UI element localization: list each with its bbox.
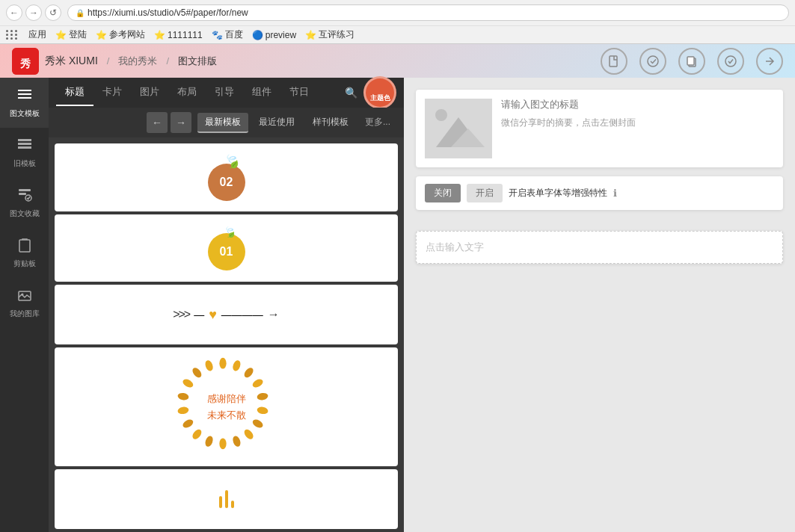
template-list: 🍃 02 🍃 01 >>> bbox=[49, 137, 404, 532]
panel-nav-title[interactable]: 标题 bbox=[56, 79, 93, 106]
panel-nav: 标题 卡片 图片 布局 引导 组件 节日 🔍 主题色 bbox=[49, 78, 404, 108]
breadcrumb-current: 图文排版 bbox=[178, 55, 217, 68]
sidebar-label-template: 图文模板 bbox=[10, 108, 40, 119]
logo-icon: 秀 bbox=[12, 48, 39, 75]
svg-point-34 bbox=[181, 377, 194, 389]
dot-bar-3 bbox=[231, 501, 234, 508]
svg-rect-7 bbox=[18, 90, 31, 91]
sidebar-item-favorites[interactable]: 图文收藏 bbox=[0, 178, 49, 228]
svg-point-40 bbox=[435, 109, 447, 121]
panel-nav-card[interactable]: 卡片 bbox=[93, 79, 131, 106]
svg-rect-14 bbox=[19, 193, 26, 195]
subnav-recent[interactable]: 最近使用 bbox=[251, 113, 302, 133]
app-brand: 秀米 XIUMI bbox=[45, 55, 98, 68]
article-thumbnail[interactable] bbox=[425, 99, 492, 158]
more-action-button[interactable] bbox=[756, 48, 783, 75]
svg-point-6 bbox=[725, 56, 736, 66]
toggle-off-button[interactable]: 关闭 bbox=[425, 184, 461, 202]
breadcrumb-sep1: / bbox=[107, 55, 110, 66]
apps-icon[interactable] bbox=[6, 30, 18, 40]
svg-point-23 bbox=[256, 392, 268, 400]
svg-point-22 bbox=[251, 377, 264, 389]
favorites-icon bbox=[16, 187, 33, 205]
file-action-button[interactable] bbox=[601, 48, 627, 75]
sidebar-item-clipboard[interactable]: 剪贴板 bbox=[0, 228, 49, 278]
bookmark-apps[interactable]: 应用 bbox=[28, 28, 46, 41]
subnav-newest[interactable]: 最新模板 bbox=[197, 113, 248, 133]
old-template-icon bbox=[16, 137, 33, 155]
theme-color-label: 主题色 bbox=[370, 93, 390, 103]
back-button[interactable]: ← bbox=[6, 4, 22, 21]
app-header: 秀 秀米 XIUMI / 我的秀米 / 图文排版 bbox=[0, 44, 795, 78]
bookmark-review[interactable]: ⭐ 互评练习 bbox=[305, 28, 354, 41]
dot-bar-2 bbox=[225, 490, 228, 508]
thumbnail-svg bbox=[425, 99, 492, 158]
subnav-tabs: 最新模板 最近使用 样刊模板 更多... bbox=[197, 113, 396, 133]
panel-nav-layout[interactable]: 布局 bbox=[168, 79, 206, 106]
svg-rect-16 bbox=[19, 240, 30, 252]
nav-prev-button[interactable]: ← bbox=[147, 112, 168, 133]
svg-rect-11 bbox=[18, 143, 31, 145]
panel-subnav: ← → 最新模板 最近使用 样刊模板 更多... bbox=[49, 108, 404, 137]
bookmark-preview[interactable]: 🔵 preview bbox=[252, 30, 296, 40]
theme-color-button[interactable]: 主题色 bbox=[363, 76, 396, 109]
toggle-on-button[interactable]: 开启 bbox=[467, 184, 503, 202]
left-sidebar: 图文模板 旧模板 图文收藏 剪贴板 我的图库 bbox=[0, 78, 49, 532]
svg-point-28 bbox=[219, 438, 226, 449]
svg-rect-2 bbox=[610, 56, 617, 66]
text-input-area[interactable]: 点击输入文字 bbox=[416, 231, 783, 264]
svg-rect-13 bbox=[19, 189, 31, 191]
save-action-button[interactable] bbox=[639, 48, 666, 75]
template-card-4[interactable]: 感谢陪伴 未来不散 bbox=[55, 347, 398, 466]
subnav-sample[interactable]: 样刊模板 bbox=[305, 113, 356, 133]
nav-buttons: ← → ↺ bbox=[6, 4, 61, 21]
sidebar-label-clipboard: 剪贴板 bbox=[13, 259, 36, 269]
refresh-button[interactable]: ↺ bbox=[45, 4, 61, 21]
svg-point-30 bbox=[191, 427, 203, 440]
article-title-input[interactable] bbox=[501, 99, 774, 110]
svg-point-21 bbox=[242, 366, 255, 379]
bookmark-ref[interactable]: ⭐ 参考网站 bbox=[96, 28, 145, 41]
copy-action-button[interactable] bbox=[678, 48, 705, 75]
subnav-more[interactable]: 更多... bbox=[359, 113, 396, 133]
panel-nav-component[interactable]: 组件 bbox=[243, 79, 280, 106]
template-card-1[interactable]: 🍃 02 bbox=[55, 143, 398, 211]
template-card-5[interactable] bbox=[55, 469, 398, 529]
search-icon[interactable]: 🔍 bbox=[345, 87, 357, 99]
svg-point-26 bbox=[242, 427, 255, 440]
breadcrumb-my[interactable]: 我的秀米 bbox=[118, 55, 157, 68]
toggle-row: 关闭 开启 开启表单字体等增强特性 ℹ bbox=[416, 176, 783, 210]
panel-nav-image[interactable]: 图片 bbox=[131, 79, 168, 106]
article-meta: 微信分享时的摘要，点击左侧封面 bbox=[501, 99, 774, 158]
svg-rect-12 bbox=[18, 146, 31, 149]
check-action-button[interactable] bbox=[717, 48, 744, 75]
sidebar-item-old[interactable]: 旧模板 bbox=[0, 128, 49, 178]
template-card-2[interactable]: 🍃 01 bbox=[55, 214, 398, 282]
fruit-02-decoration: 🍃 02 bbox=[208, 153, 245, 201]
sidebar-label-old: 旧模板 bbox=[13, 158, 36, 169]
panel-nav-holiday[interactable]: 节日 bbox=[280, 79, 318, 106]
wreath-decoration: 感谢陪伴 未来不散 bbox=[174, 355, 279, 460]
bookmark-baidu[interactable]: 🐾 百度 bbox=[212, 28, 243, 41]
article-preview: 微信分享时的摘要，点击左侧封面 bbox=[416, 90, 783, 167]
bookmark-1111111[interactable]: ⭐ 1111111 bbox=[154, 30, 203, 40]
address-bar[interactable]: 🔒 https://xiumi.us/studio/v5#/paper/for/… bbox=[67, 4, 789, 21]
help-icon[interactable]: ℹ bbox=[613, 188, 617, 199]
svg-point-20 bbox=[231, 359, 242, 372]
nav-next-button[interactable]: → bbox=[171, 112, 191, 133]
card-content-4: 感谢陪伴 未来不散 bbox=[55, 347, 398, 466]
sidebar-label-favorites: 图文收藏 bbox=[10, 208, 40, 219]
bookmark-login[interactable]: ⭐ 登陆 bbox=[55, 28, 87, 41]
browser-chrome: ← → ↺ 🔒 https://xiumi.us/studio/v5#/pape… bbox=[0, 0, 795, 44]
template-card-3[interactable]: >>> — ♥ ———— → bbox=[55, 285, 398, 344]
panel-nav-guide[interactable]: 引导 bbox=[206, 79, 243, 106]
sidebar-item-gallery[interactable]: 我的图库 bbox=[0, 278, 49, 328]
card-content-2: 🍃 01 bbox=[55, 214, 398, 282]
clipboard-icon bbox=[16, 237, 33, 256]
forward-button[interactable]: → bbox=[25, 4, 42, 21]
dots-decoration bbox=[219, 490, 234, 508]
panel-area: 标题 卡片 图片 布局 引导 组件 节日 🔍 主题色 ← → bbox=[49, 78, 404, 532]
sidebar-item-template[interactable]: 图文模板 bbox=[0, 78, 49, 128]
svg-rect-8 bbox=[18, 93, 31, 95]
right-arrow-icon: → bbox=[268, 308, 280, 321]
